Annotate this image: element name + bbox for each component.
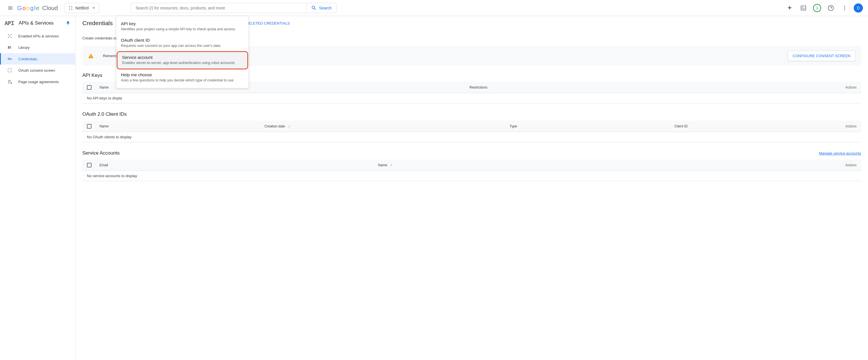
configure-consent-screen-button[interactable]: CONFIGURE CONSENT SCREEN <box>788 51 856 61</box>
avatar: D <box>854 3 863 12</box>
sidebar-item-library[interactable]: Library <box>0 42 75 53</box>
col-creation-date[interactable]: Creation date ↓ <box>265 124 505 128</box>
sort-up-icon: ↑ <box>391 163 392 167</box>
warning-icon <box>88 53 94 59</box>
col-client-id[interactable]: Client ID <box>675 124 835 128</box>
page-title: Credentials <box>82 20 113 27</box>
sidebar-item-credentials[interactable]: Credentials <box>0 53 75 65</box>
svg-point-9 <box>9 36 10 37</box>
svg-point-16 <box>11 83 12 84</box>
api-keys-empty: No API keys to displa <box>82 93 861 103</box>
svg-point-13 <box>10 37 11 38</box>
col-actions: Actions <box>839 163 857 167</box>
sort-down-icon: ↓ <box>288 124 290 128</box>
hamburger-menu-button[interactable] <box>3 1 17 15</box>
menu-option-desc: Requests user consent so your app can ac… <box>121 43 244 48</box>
agreements-icon <box>7 79 12 84</box>
sidebar-item-label: Library <box>18 45 30 50</box>
sidebar-item-label: OAuth consent screen <box>18 68 55 72</box>
project-picker[interactable]: NetBird <box>65 3 99 13</box>
page-content: Create credentials to ac API key Identif… <box>75 30 868 188</box>
menu-option-desc: Identifies your project using a simple A… <box>121 27 244 32</box>
sidebar-item-label: Enabled APIs & services <box>18 34 59 38</box>
gemini-button[interactable] <box>783 2 796 14</box>
top-header: Google Cloud NetBird Search 1 D <box>0 0 868 16</box>
svg-point-10 <box>8 34 9 35</box>
svg-point-1 <box>71 6 72 7</box>
dropdown-triangle-icon <box>91 5 97 11</box>
col-actions: Actions <box>839 86 857 90</box>
svg-rect-15 <box>8 69 11 72</box>
hamburger-icon <box>7 5 13 11</box>
col-email[interactable]: Email <box>99 163 374 167</box>
oauth-section-title: OAuth 2.0 Client IDs <box>82 111 861 117</box>
search-button-label: Search <box>319 6 332 10</box>
menu-option-title: OAuth client ID <box>121 38 244 42</box>
sidebar: API APIs & Services Enabled APIs & servi… <box>0 16 75 360</box>
search-icon <box>311 5 317 11</box>
menu-option-oauth-client-id[interactable]: OAuth client ID Requests user consent so… <box>116 35 248 52</box>
sidebar-item-oauth-consent[interactable]: OAuth consent screen <box>0 65 75 76</box>
api-icon: API <box>5 20 14 27</box>
library-icon <box>7 45 12 50</box>
manage-service-accounts-link[interactable]: Manage service accounts <box>819 151 861 156</box>
svg-point-0 <box>69 6 70 7</box>
sidebar-section-title: APIs & Services <box>19 20 61 26</box>
service-accounts-empty: No service accounts to display <box>82 171 861 181</box>
menu-option-desc: Enables server-to-server, app-level auth… <box>122 61 243 66</box>
search-button[interactable]: Search <box>306 3 336 13</box>
col-type[interactable]: Type <box>509 124 670 128</box>
search-input[interactable] <box>131 3 306 13</box>
select-all-checkbox[interactable] <box>87 85 92 90</box>
menu-option-service-account[interactable]: Service account Enables server-to-server… <box>117 51 248 69</box>
menu-option-title: Help me choose <box>121 72 244 77</box>
service-accounts-table-header: Email Name ↑ Actions <box>82 159 861 171</box>
menu-option-title: API key <box>121 21 244 26</box>
help-button[interactable] <box>825 2 837 14</box>
sidebar-item-label: Credentials <box>18 57 37 61</box>
svg-point-12 <box>8 37 9 38</box>
help-icon <box>828 5 834 11</box>
header-right: 1 D <box>783 2 865 14</box>
select-all-checkbox[interactable] <box>87 163 92 167</box>
sidebar-item-enabled-apis[interactable]: Enabled APIs & services <box>0 30 75 42</box>
menu-option-desc: Asks a few questions to help you decide … <box>121 78 244 83</box>
col-name[interactable]: Name <box>99 124 260 128</box>
svg-point-3 <box>71 8 72 9</box>
consent-icon <box>7 68 12 73</box>
col-actions: Actions <box>839 124 857 128</box>
search-container: Search <box>131 3 337 13</box>
create-credentials-dropdown: API key Identifies your project using a … <box>116 16 248 88</box>
service-accounts-title: Service Accounts <box>82 150 120 156</box>
project-name: NetBird <box>75 6 89 10</box>
more-options-button[interactable] <box>838 2 851 14</box>
svg-point-2 <box>69 8 70 9</box>
menu-option-api-key[interactable]: API key Identifies your project using a … <box>116 18 248 35</box>
more-vertical-icon <box>842 5 847 11</box>
svg-point-7 <box>844 7 845 8</box>
trial-badge: 1 <box>813 4 821 12</box>
main-content: Credentials CREATE CREDENTIALS DELETE RE… <box>75 16 868 360</box>
terminal-icon <box>800 5 807 11</box>
svg-point-14 <box>8 58 10 60</box>
account-button[interactable]: D <box>852 2 865 14</box>
sidebar-item-label: Page usage agreements <box>18 80 59 84</box>
col-name[interactable]: Name ↑ <box>378 163 835 167</box>
project-icon <box>68 6 73 10</box>
menu-option-title: Service account <box>122 55 243 60</box>
cloud-shell-button[interactable] <box>797 2 810 14</box>
select-all-checkbox[interactable] <box>87 124 92 129</box>
trial-status-button[interactable]: 1 <box>811 2 824 14</box>
sidebar-header: API APIs & Services <box>0 16 75 30</box>
svg-point-6 <box>844 6 845 7</box>
svg-point-8 <box>844 9 845 10</box>
svg-point-11 <box>10 34 11 35</box>
col-restrictions[interactable]: Restrictions <box>469 86 835 90</box>
google-cloud-logo[interactable]: Google Cloud <box>17 5 58 11</box>
sidebar-item-page-usage[interactable]: Page usage agreements <box>0 76 75 88</box>
oauth-table-header: Name Creation date ↓ Type Client ID Acti… <box>82 121 861 132</box>
pin-icon[interactable] <box>65 21 71 26</box>
service-accounts-section-header: Service Accounts Manage service accounts <box>82 150 861 156</box>
sparkle-icon <box>786 5 793 11</box>
menu-option-help-me-choose[interactable]: Help me choose Asks a few questions to h… <box>116 69 248 86</box>
